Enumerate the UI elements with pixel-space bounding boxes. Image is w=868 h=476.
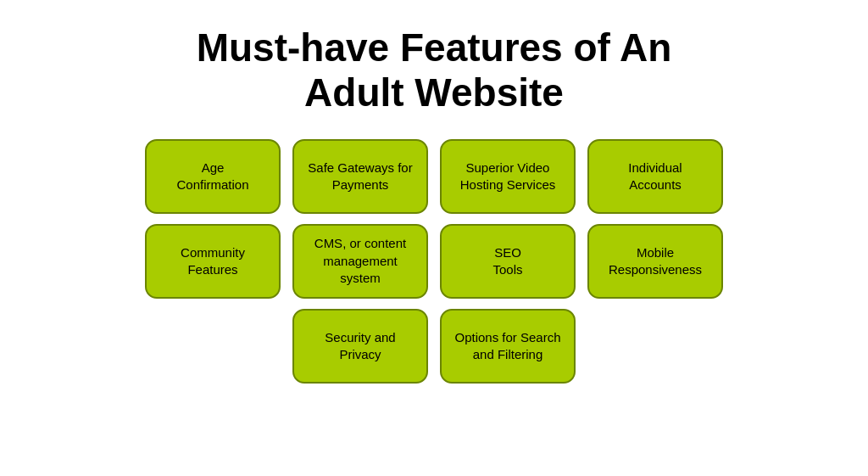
title-section: Must-have Features of An Adult Website xyxy=(197,25,672,115)
feature-card-individual-accounts: IndividualAccounts xyxy=(587,139,723,214)
feature-label-community-features: CommunityFeatures xyxy=(181,244,245,279)
feature-card-mobile-responsiveness: MobileResponsiveness xyxy=(587,224,723,299)
feature-label-individual-accounts: IndividualAccounts xyxy=(628,160,682,194)
feature-card-age-confirmation: AgeConfirmation xyxy=(145,139,281,214)
features-grid: AgeConfirmationSafe Gateways forPayments… xyxy=(145,139,723,384)
feature-card-security-privacy: Security andPrivacy xyxy=(292,309,428,384)
feature-card-seo-tools: SEOTools xyxy=(440,224,576,299)
grid-row-0: AgeConfirmationSafe Gateways forPayments… xyxy=(145,139,723,214)
feature-label-cms: CMS, or contentmanagementsystem xyxy=(314,235,406,287)
main-title: Must-have Features of An Adult Website xyxy=(197,25,672,115)
feature-label-seo-tools: SEOTools xyxy=(492,244,522,279)
feature-card-safe-gateways: Safe Gateways forPayments xyxy=(292,139,428,214)
feature-card-search-filtering: Options for Searchand Filtering xyxy=(440,309,576,384)
feature-label-age-confirmation: AgeConfirmation xyxy=(176,160,248,194)
grid-row-2: Security andPrivacyOptions for Searchand… xyxy=(292,309,576,384)
feature-label-security-privacy: Security andPrivacy xyxy=(325,329,395,364)
feature-label-video-hosting: Superior VideoHosting Services xyxy=(460,160,556,194)
feature-label-search-filtering: Options for Searchand Filtering xyxy=(454,329,560,364)
feature-card-video-hosting: Superior VideoHosting Services xyxy=(440,139,576,214)
feature-card-cms: CMS, or contentmanagementsystem xyxy=(292,224,428,299)
feature-card-community-features: CommunityFeatures xyxy=(145,224,281,299)
grid-row-1: CommunityFeaturesCMS, or contentmanageme… xyxy=(145,224,723,299)
feature-label-safe-gateways: Safe Gateways forPayments xyxy=(308,160,412,194)
feature-label-mobile-responsiveness: MobileResponsiveness xyxy=(609,244,702,279)
